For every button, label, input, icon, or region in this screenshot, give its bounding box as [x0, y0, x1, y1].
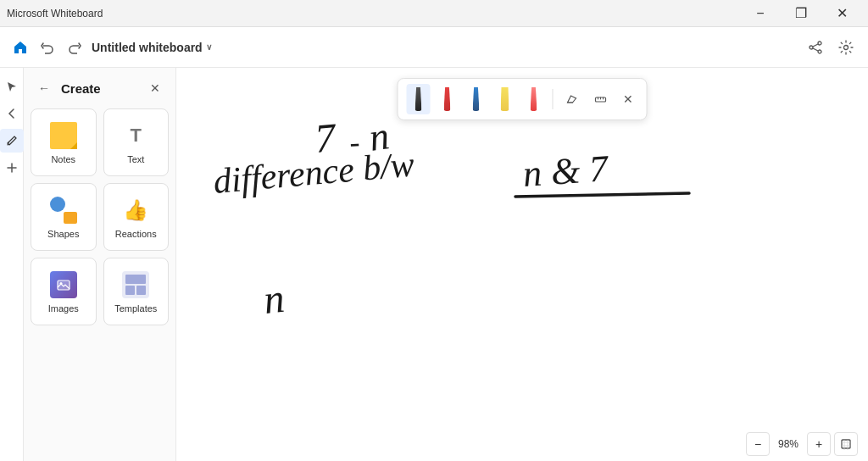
left-toolbar: [0, 68, 24, 461]
plus-icon: [6, 162, 18, 174]
pen-blue-icon: [473, 87, 480, 111]
minimize-button[interactable]: −: [741, 0, 780, 27]
reactions-icon: 👍: [122, 197, 149, 224]
pen-black-icon: [415, 87, 422, 111]
images-icon: [50, 271, 77, 298]
svg-text:difference b/w: difference b/w: [212, 144, 416, 201]
cursor-icon: [6, 81, 18, 92]
chevron-down-icon: ∨: [206, 42, 212, 52]
pen-yellow-item[interactable]: [493, 84, 517, 114]
close-button[interactable]: ✕: [822, 0, 861, 27]
notes-icon: [50, 122, 77, 149]
create-item-notes[interactable]: Notes: [31, 108, 97, 176]
undo-button[interactable]: [34, 34, 61, 61]
panel-back-button[interactable]: ←: [34, 78, 54, 98]
board-title-area[interactable]: Untitled whiteboard ∨: [92, 41, 212, 54]
create-item-templates[interactable]: Templates: [103, 258, 170, 325]
zoom-in-button[interactable]: +: [807, 432, 831, 456]
undo-icon: [41, 41, 54, 54]
arrow-left-icon: [6, 108, 18, 119]
pen-pink-icon: [531, 87, 537, 111]
fit-icon: [840, 438, 852, 450]
ruler-icon: [594, 92, 608, 106]
svg-point-5: [844, 45, 849, 49]
templates-icon: [122, 271, 149, 298]
svg-line-4: [813, 48, 818, 51]
share-icon: [808, 40, 823, 55]
zoom-level: 98%: [773, 438, 804, 450]
panel-header-left: ← Create: [34, 78, 101, 98]
pen-red-item[interactable]: [436, 84, 459, 114]
redo-icon: [68, 41, 81, 54]
add-button[interactable]: [0, 156, 24, 180]
create-item-reactions[interactable]: 👍 Reactions: [103, 183, 170, 251]
reactions-label: Reactions: [115, 229, 157, 239]
main-layout: ← Create ✕ Notes T Text Shapes: [0, 68, 868, 461]
svg-point-1: [818, 50, 821, 53]
create-item-images[interactable]: Images: [31, 258, 97, 325]
eraser-icon: [565, 92, 579, 106]
restore-button[interactable]: ❐: [782, 0, 821, 27]
panel-close-button[interactable]: ✕: [145, 78, 165, 98]
create-item-shapes[interactable]: Shapes: [31, 183, 97, 251]
select-button[interactable]: [0, 75, 24, 98]
eraser-button[interactable]: [560, 87, 584, 111]
share-button[interactable]: [800, 32, 831, 63]
fit-button[interactable]: [834, 432, 858, 456]
svg-text:7: 7: [313, 114, 339, 161]
svg-text:n: n: [262, 275, 287, 322]
home-icon: [13, 40, 28, 55]
title-bar: Microsoft Whiteboard − ❐ ✕: [0, 0, 868, 27]
svg-rect-16: [842, 440, 850, 448]
panel-header: ← Create ✕: [31, 78, 169, 98]
create-item-text[interactable]: T Text: [103, 108, 170, 176]
svg-text:n: n: [366, 114, 392, 159]
svg-point-2: [810, 46, 813, 49]
pen-divider: [553, 89, 554, 109]
shapes-icon: [50, 197, 77, 224]
shapes-label: Shapes: [47, 229, 79, 239]
images-label: Images: [48, 303, 79, 314]
pen-icon: [6, 135, 18, 147]
canvas-area[interactable]: ✕ 7 - n difference b/w n & 7 n − 98% +: [176, 68, 868, 461]
text-label: Text: [127, 154, 144, 164]
settings-button[interactable]: [831, 32, 861, 63]
svg-line-14: [515, 193, 689, 197]
notes-label: Notes: [51, 154, 75, 164]
svg-text:n & 7: n & 7: [521, 147, 610, 195]
back-panel-button[interactable]: [0, 102, 24, 125]
window-controls: − ❐ ✕: [741, 0, 861, 27]
pen-black-item[interactable]: [407, 84, 431, 114]
pen-blue-item[interactable]: [465, 84, 488, 114]
canvas-drawing: 7 - n difference b/w n & 7 n: [176, 68, 868, 461]
svg-point-0: [818, 42, 821, 45]
svg-text:-: -: [348, 125, 360, 159]
redo-button[interactable]: [61, 34, 88, 61]
pen-pink-item[interactable]: [522, 84, 546, 114]
pen-button[interactable]: [0, 129, 24, 153]
menu-bar: Untitled whiteboard ∨: [0, 27, 868, 68]
side-panel: ← Create ✕ Notes T Text Shapes: [24, 68, 176, 461]
home-button[interactable]: [7, 34, 34, 61]
text-icon: T: [122, 122, 149, 149]
svg-line-3: [813, 44, 818, 47]
templates-label: Templates: [114, 303, 157, 314]
ruler-button[interactable]: [589, 87, 613, 111]
board-title: Untitled whiteboard: [92, 41, 203, 54]
gear-icon: [838, 40, 854, 55]
create-grid: Notes T Text Shapes 👍 Reactions: [31, 108, 169, 325]
pen-yellow-icon: [501, 87, 509, 111]
zoom-out-button[interactable]: −: [746, 432, 770, 456]
app-title: Microsoft Whiteboard: [7, 8, 741, 19]
bottom-bar: − 98% +: [736, 427, 868, 461]
pen-toolbar-close-button[interactable]: ✕: [618, 89, 638, 109]
pen-toolbar: ✕: [398, 78, 648, 120]
pen-red-icon: [444, 87, 451, 111]
panel-title: Create: [61, 81, 101, 96]
